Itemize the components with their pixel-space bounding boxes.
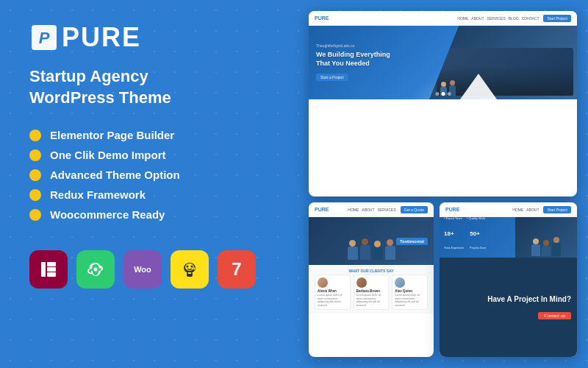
bullet-icon [29,130,41,141]
screenshot-top: PURE HOME ABOUT SERVICES BLOG CONTACT St… [309,11,577,197]
bullet-icon [29,189,41,201]
main-container: P Pure Startup Agency WordPress Theme El… [0,0,588,368]
feature-item: Advanced Theme Option [29,169,279,181]
svg-rect-4 [47,267,56,272]
mock-triangle [460,74,497,99]
mock-hero-text: ThoughtfulAgricLabs.co We Building Every… [316,43,390,81]
mock-nav-3: HOME ABOUT [512,208,539,212]
screenshot-bottom-left: PURE HOME ABOUT SERVICES Get a Quote [309,202,434,357]
feature-item: Redux Framework [29,188,279,201]
bullet-icon [29,209,41,221]
testimonial-label: Testimonial [396,238,428,245]
mock-hero-btn: Start a Project [316,74,348,81]
mock-cta-btn-3: Start Project [543,206,571,213]
mock-cta-btn: Start Project [543,15,571,22]
screenshot-bottom-right: PURE HOME ABOUT Start Project Start Your… [440,202,577,357]
svg-rect-5 [47,272,56,277]
mock-logo-2: PURE [315,207,329,212]
mock-industry-section: Start Your Journey With OurIndustry Expe… [440,217,577,258]
svg-rect-3 [47,262,56,266]
theme-title: Startup Agency WordPress Theme [29,66,279,108]
mock-logo: PURE [315,15,329,21]
mock-hero: ThoughtfulAgricLabs.co We Building Every… [309,26,577,99]
mock-logo-3: PURE [445,207,459,212]
project-title: Have A Project In Mind? [487,294,571,304]
svg-point-11 [193,267,196,270]
svg-text:P: P [39,29,50,47]
mock-project-section: Have A Project In Mind? Contact us [440,258,577,357]
seven-badge: 7 [218,250,256,289]
logo-text: Pure [62,22,141,53]
client-card: Alexis Wren Lorem ipsum dolor sit amet c… [315,275,351,310]
svg-rect-13 [188,272,191,274]
mock-hero-sub: ThoughtfulAgricLabs.co [316,43,390,48]
redux-badge [76,250,115,289]
feature-item: One Clik Demo Import [29,149,279,161]
client-card: Barbara Brown Lorem ipsum dolor sit amet… [354,275,390,310]
logo-icon: P [29,23,59,52]
mock-browser-header: PURE HOME ABOUT SERVICES BLOG CONTACT St… [309,11,577,26]
right-panel: PURE HOME ABOUT SERVICES BLOG CONTACT St… [309,0,588,368]
mailchimp-badge [171,250,209,289]
svg-point-6 [94,268,98,272]
mock-nav-2: HOME ABOUT SERVICES [348,208,395,212]
svg-rect-2 [41,262,46,277]
mock-nav: HOME ABOUT SERVICES BLOG CONTACT [457,16,539,21]
screenshot-bottom-row: PURE HOME ABOUT SERVICES Get a Quote [309,202,577,357]
feature-item: Elementor Page Builder [29,129,279,141]
mock-browser-header-2: PURE HOME ABOUT SERVICES Get a Quote [309,202,434,217]
mock-client-cards: Alexis Wren Lorem ipsum dolor sit amet c… [315,275,428,310]
client-card: Alex Quinn Lorem ipsum dolor sit amet co… [392,275,428,310]
contact-btn: Contact us [538,312,571,319]
elementor-badge [29,250,68,289]
mock-hero-image [429,26,577,99]
mock-clients: WHAT OUR CLIENTS SAY Alexis Wren Lorem i… [309,265,434,314]
woo-badge: Woo [123,250,162,289]
icon-badges: Woo 7 [29,250,279,289]
mock-cta-btn-2: Get a Quote [401,206,428,213]
mock-browser-header-3: PURE HOME ABOUT Start Project [440,202,577,217]
bullet-icon [29,169,41,181]
left-panel: P Pure Startup Agency WordPress Theme El… [0,0,309,368]
bullet-icon [29,149,41,161]
svg-point-9 [187,266,189,268]
logo-area: P Pure [29,22,279,53]
screenshots-grid: PURE HOME ABOUT SERVICES BLOG CONTACT St… [309,11,577,357]
features-list: Elementor Page Builder One Clik Demo Imp… [29,129,279,228]
mock-hero-title: We Building EverythingThat You Needed [316,51,390,68]
feature-item: Woocommerce Ready [29,208,279,221]
svg-point-10 [191,266,193,268]
